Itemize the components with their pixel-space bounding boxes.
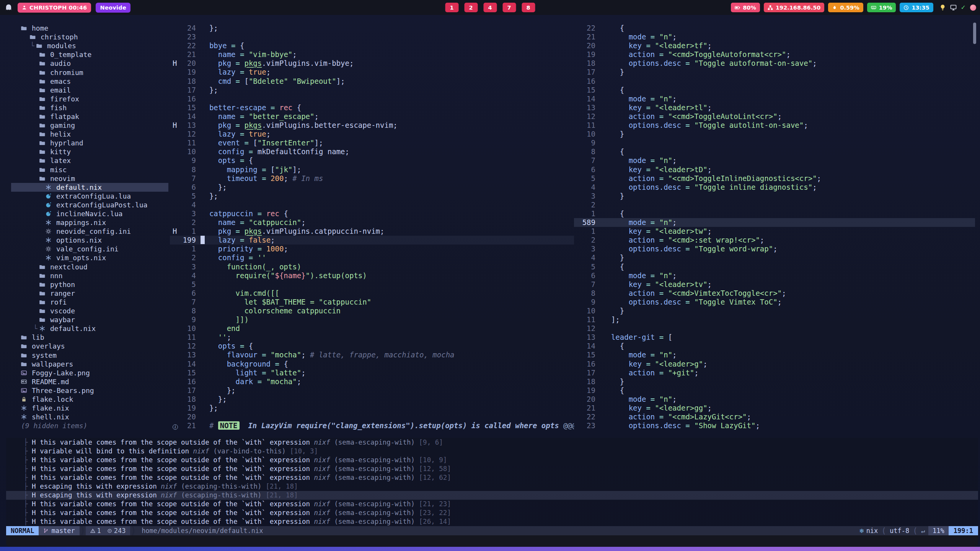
code-line[interactable]: 23 options.desc = "Show LazyGit"; (574, 421, 975, 430)
tree-item-nextcloud[interactable]: nextcloud (11, 262, 168, 271)
code-line[interactable]: 18 } (574, 377, 975, 386)
code-line[interactable]: 11 ''; (170, 333, 574, 342)
avatar-dot[interactable] (970, 5, 976, 11)
code-line[interactable]: 9 (574, 139, 975, 147)
code-line[interactable]: 16 (170, 95, 574, 103)
code-line[interactable]: H20 pkg = pkgs.vimPlugins.vim-bbye; (170, 59, 574, 68)
code-line[interactable]: 2 action = "<cmd>:set wrap!<cr>"; (574, 236, 975, 245)
diagnostic-counts[interactable]: 1 243 (86, 526, 130, 535)
code-line[interactable]: 2 (574, 201, 975, 209)
code-line[interactable]: 16 dark = "mocha"; (170, 377, 574, 386)
tree-item-audio[interactable]: audio (11, 59, 168, 68)
tree-item-fish[interactable]: fish (11, 103, 168, 112)
code-line[interactable]: 4 (170, 201, 574, 209)
tree-item-hyprland[interactable]: hyprland (11, 139, 168, 147)
code-line[interactable]: 7 mode = "n"; (574, 156, 975, 165)
tree-item-foggy-lake-png[interactable]: Foggy-Lake.png (11, 368, 168, 377)
code-line[interactable]: 9 opts = { (170, 156, 574, 165)
tree-item-email[interactable]: email (11, 86, 168, 95)
code-line[interactable]: H1 pkg = pkgs.vimPlugins.catppuccin-nvim… (170, 227, 574, 236)
code-line[interactable]: 8 mapping = ["jk"]; (170, 165, 574, 174)
code-line[interactable]: 21 name = "vim-bbye"; (170, 50, 574, 59)
code-line[interactable]: 20 (170, 412, 574, 421)
tree-item-misc[interactable]: misc (11, 165, 168, 174)
workspace-button[interactable]: 2 (464, 3, 478, 12)
tree-item-vim-opts-nix[interactable]: vim_opts.nix (11, 253, 168, 262)
tree-item-chromium[interactable]: chromium (11, 68, 168, 77)
code-line[interactable]: 17 }; (170, 386, 574, 395)
code-line[interactable]: 21 mode = "n"; (574, 33, 975, 41)
diagnostic-row[interactable]: ├ H this variable comes from the scope o… (6, 509, 978, 517)
code-line[interactable]: 4 require("${name}").setup(opts) (170, 271, 574, 280)
diagnostic-row[interactable]: ├ H this variable comes from the scope o… (6, 438, 978, 447)
diagnostic-row[interactable]: ├ H variable will bind to this definitio… (6, 447, 978, 455)
code-line[interactable]: 3 } (574, 192, 975, 201)
tree-item-extraconfiglua-lua[interactable]: extraConfigLua.lua (11, 192, 168, 201)
workspace-button[interactable]: 7 (502, 3, 516, 12)
diagnostic-row[interactable]: ├ H this variable comes from the scope o… (6, 500, 978, 509)
code-line[interactable]: 11 options.desc = "Toggle autolint-on-sa… (574, 121, 975, 130)
code-line[interactable]: 1 { (574, 209, 975, 218)
code-line[interactable]: 23 (170, 33, 574, 41)
tree-item-flatpak[interactable]: flatpak (11, 112, 168, 121)
code-line[interactable]: i21 # NOTE In LazyVim require("clang_ext… (170, 421, 574, 430)
code-line[interactable]: 17 } (574, 68, 975, 77)
tree-item-nnn[interactable]: nnn (11, 271, 168, 280)
tree-item-firefox[interactable]: firefox (11, 95, 168, 103)
code-line[interactable]: 15 light = "latte"; (170, 368, 574, 377)
check-icon[interactable]: ✓ (961, 4, 966, 11)
tree-item-options-nix[interactable]: options.nix (11, 236, 168, 245)
code-line[interactable]: 6 key = "<leader>tD"; (574, 165, 975, 174)
code-line[interactable]: 12 opts = { (170, 342, 574, 350)
code-line[interactable]: 16 key = "<leader>g"; (574, 360, 975, 368)
tree-item-three-bears-png[interactable]: Three-Bears.png (11, 386, 168, 395)
tree-item-vale-config-ini[interactable]: vale_config.ini (11, 245, 168, 253)
code-line[interactable]: 589 mode = "n"; (574, 218, 975, 227)
tree-item-overlays[interactable]: overlays (11, 342, 168, 350)
code-line[interactable]: 22 { (574, 24, 975, 33)
code-line[interactable]: 18 }; (170, 395, 574, 404)
code-line[interactable]: 6 }; (170, 183, 574, 192)
code-line[interactable]: 12 (574, 324, 975, 333)
code-line[interactable]: 7 let $BAT_THEME = "catppuccin" (170, 298, 574, 306)
tree-item-0-template[interactable]: 0_template (11, 50, 168, 59)
diagnostic-row[interactable]: ├ H this variable comes from the scope o… (6, 455, 978, 464)
tree-item-9-hidden-items[interactable]: (9 hidden items) (11, 421, 168, 430)
code-line[interactable]: 10 } (574, 306, 975, 315)
code-line[interactable]: 8 colorscheme catppuccin (170, 306, 574, 315)
code-line[interactable]: 7 timeout = 200; # In ms (170, 174, 574, 183)
code-line[interactable]: 4 } (574, 253, 975, 262)
tree-item-system[interactable]: system (11, 350, 168, 359)
tree-item-lib[interactable]: lib (11, 333, 168, 342)
tree-item-flake-nix[interactable]: flake.nix (11, 404, 168, 412)
code-line[interactable]: 19 action = "<cmd>ToggleAutoformat<cr>"; (574, 50, 975, 59)
lightbulb-icon[interactable] (939, 4, 946, 11)
code-line[interactable]: 21 key = "<leader>gg"; (574, 404, 975, 412)
tree-item-wallpapers[interactable]: wallpapers (11, 360, 168, 368)
code-line[interactable]: 14 background = { (170, 360, 574, 368)
diagnostic-row[interactable]: ├ H escaping this with expression nixf (… (6, 482, 978, 491)
tree-item-waybar[interactable]: waybar (11, 315, 168, 324)
code-line[interactable]: 15 { (574, 86, 975, 95)
tree-item-inclinenavic-lua[interactable]: inclineNavic.lua (11, 209, 168, 218)
diagnostic-row[interactable]: ├ H this variable comes from the scope o… (6, 517, 978, 526)
workspace-button[interactable]: 8 (522, 3, 535, 12)
code-line[interactable]: 22 bbye = { (170, 41, 574, 50)
code-line[interactable]: 8 { (574, 147, 975, 156)
code-line[interactable]: 3 options.desc = "Toggle word-wrap"; (574, 245, 975, 253)
code-line[interactable]: 19 }; (170, 404, 574, 412)
code-line[interactable]: 199 lazy = false; (170, 236, 574, 245)
git-branch[interactable]: master (39, 526, 79, 535)
tree-item-default-nix[interactable]: default.nix (11, 183, 168, 192)
tree-item-default-nix[interactable]: └default.nix (11, 324, 168, 333)
tree-item-gaming[interactable]: gaming (11, 121, 168, 130)
tree-item-latex[interactable]: latex (11, 156, 168, 165)
code-line[interactable]: 15 better-escape = rec { (170, 103, 574, 112)
tree-item-emacs[interactable]: emacs (11, 77, 168, 86)
code-line[interactable]: 13 leader-git = [ (574, 333, 975, 342)
code-line[interactable]: 15 mode = "n"; (574, 350, 975, 359)
diagnostic-row[interactable]: ├ H escaping this with expression nixf (… (6, 491, 978, 500)
code-line[interactable]: 14 mode = "n"; (574, 95, 975, 103)
code-line[interactable]: 18 cmd = ["Bdelete" "Bwipeout"]; (170, 77, 574, 86)
display-icon[interactable] (950, 4, 957, 11)
